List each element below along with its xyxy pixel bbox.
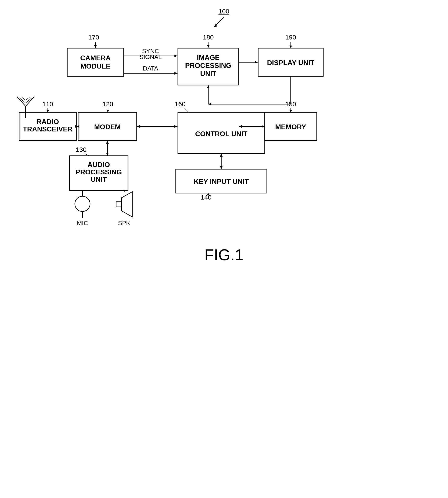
camera-module-label: CAMERA: [80, 54, 111, 62]
svg-marker-45: [106, 140, 109, 144]
svg-marker-21: [289, 110, 292, 112]
ref-180: 180: [203, 34, 214, 41]
svg-marker-44: [106, 153, 109, 156]
ref-150: 150: [285, 100, 296, 108]
mic-label: MIC: [77, 220, 88, 226]
ref-110: 110: [42, 100, 53, 108]
ref-140: 140: [201, 194, 211, 201]
svg-line-35: [22, 97, 26, 100]
svg-line-32: [26, 96, 34, 106]
figure-label: FIG.1: [204, 246, 243, 264]
svg-line-36: [26, 97, 30, 100]
modem-label: MODEM: [94, 123, 121, 131]
audio-processing-label2: PROCESSING: [76, 168, 122, 176]
svg-marker-23: [262, 125, 265, 128]
sync-signal-label2: SIGNAL: [140, 54, 162, 60]
ref-100: 100: [219, 8, 229, 15]
display-unit-label: DISPLAY UNIT: [267, 59, 315, 67]
svg-marker-28: [137, 125, 140, 128]
key-input-label: KEY INPUT UNIT: [194, 178, 249, 186]
svg-marker-5: [207, 45, 209, 48]
svg-marker-26: [107, 110, 109, 112]
svg-marker-57: [220, 166, 223, 169]
image-processing-label2: PROCESSING: [185, 62, 231, 69]
spk-symbol: [122, 192, 132, 217]
camera-module-label2: MODULE: [80, 62, 111, 70]
svg-marker-7: [289, 46, 292, 48]
ref-160: 160: [175, 100, 186, 108]
control-unit-label: CONTROL UNIT: [195, 130, 248, 138]
svg-marker-58: [220, 154, 223, 156]
svg-marker-38: [47, 110, 49, 112]
svg-marker-29: [175, 125, 177, 128]
spk-label: SPK: [118, 220, 130, 226]
svg-line-19: [184, 108, 189, 112]
svg-marker-18: [207, 85, 209, 88]
svg-marker-16: [208, 103, 211, 105]
svg-marker-11: [175, 72, 177, 75]
ref-120: 120: [102, 100, 113, 108]
image-processing-label1: IMAGE: [197, 54, 220, 61]
ref-190: 190: [285, 34, 296, 41]
svg-line-31: [17, 96, 26, 106]
data-label: DATA: [143, 65, 158, 72]
svg-marker-9: [175, 55, 177, 57]
audio-processing-label1: AUDIO: [87, 161, 110, 169]
radio-transceiver-label1: RADIO: [36, 118, 59, 125]
svg-marker-13: [255, 61, 258, 63]
memory-label: MEMORY: [275, 123, 306, 131]
mic-symbol: [75, 196, 90, 211]
radio-transceiver-label2: TRANSCEIVER: [23, 125, 72, 133]
audio-processing-label3: UNIT: [91, 175, 107, 183]
ref-130: 130: [76, 146, 87, 153]
image-processing-label3: UNIT: [200, 70, 217, 78]
svg-marker-24: [239, 125, 242, 128]
ref-170: 170: [88, 34, 99, 41]
diagram-container: 100 170 CAMERA MODULE 180 IMAGE PROCESSI…: [0, 0, 448, 498]
svg-marker-3: [94, 45, 97, 48]
